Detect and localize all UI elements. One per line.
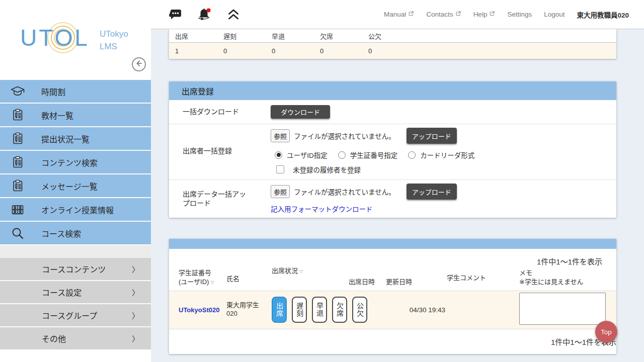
chevron-right-icon: 〉 [132,264,139,275]
sidebar-subitem-label: コースグループ [42,309,132,321]
topbar-link-manual[interactable]: Manual [384,11,414,18]
topbar-link-label: Help [473,11,488,18]
register-unregistered-checkbox[interactable] [276,165,284,173]
sidebar-item-label: コース検索 [41,227,81,239]
sidebar-item-label: コンテンツ検索 [41,156,98,168]
browse-file-button[interactable]: 参照 [271,185,290,198]
column-student-comment: 学生コメント [445,274,518,283]
summary-value-row: 10000 [169,43,616,59]
column-memo: メモ ※学生には見えません [518,268,616,286]
topbar-link-settings[interactable]: Settings [507,11,532,18]
page-content: 出席遅刻早退欠席公欠 10000 出席登録 一括ダウンロード ダウンロード 出席… [151,29,644,362]
topbar-icons [151,7,241,22]
summary-header-cell: 欠席 [314,31,362,41]
external-link-icon [408,11,414,18]
table-header-bar [169,239,616,249]
sidebar-submenu: コースコンテンツ〉コース設定〉コースグループ〉その他〉 [0,258,151,350]
messages-bubble-icon[interactable] [168,7,183,22]
column-attend-time: 出席日時 [347,278,386,287]
column-status[interactable]: 出席状況▽ [262,266,347,276]
browse-file-button[interactable]: 参照 [271,129,290,142]
student-row: UTokyoSt020 東大用学生020 出席遅刻早退欠席公欠 04/30 19… [169,291,616,329]
topbar-link-help[interactable]: Help [473,11,496,18]
column-name: 氏名 [217,275,262,284]
sort-icon[interactable]: ▽ [299,269,303,274]
summary-value-cell: 0 [217,47,266,55]
summary-header-cell: 出席 [169,31,217,41]
sidebar-item-オンライン授業情報[interactable]: オンライン授業情報 [0,198,151,222]
radio-label: 学生証番号指定 [350,150,398,160]
topbar-link-contacts[interactable]: Contacts [426,11,461,18]
format-download-link[interactable]: 記入用フォーマットダウンロード [271,204,373,214]
sidebar-item-label: 教材一覧 [41,109,73,121]
sidebar-subitem-label: コースコンテンツ [42,263,132,275]
student-id-link[interactable]: UTokyoSt020 [169,306,217,314]
sidebar-subitem-コースグループ[interactable]: コースグループ〉 [0,304,151,327]
attendee-bulk-register-row: 出席者一括登録 参照 ファイルが選択されていません。 アップロード ユーザID指… [169,124,616,180]
sidebar-item-label: 時間割 [41,85,65,98]
submissions-icon [10,131,25,146]
bulk-download-row: 一括ダウンロード ダウンロード [169,100,616,124]
column-student-id[interactable]: 学生証番号 (ユーザID)▽ [169,268,217,286]
status-button-出席[interactable]: 出席 [272,297,287,323]
pagination-info-bottom: 1件中1〜1件を表示 [169,329,616,354]
radio-学生証番号指定[interactable] [338,151,346,159]
logo-sub-line2: LMS [100,41,128,53]
data-bulk-upload-row: 出席データ一括アップロード 参照 ファイルが選択されていません。 アップロード … [169,180,616,218]
sidebar-subitem-その他[interactable]: その他〉 [0,327,151,350]
sidebar-subitem-コースコンテンツ[interactable]: コースコンテンツ〉 [0,258,151,281]
status-button-group: 出席遅刻早退欠席公欠 [262,297,347,323]
scroll-to-top-button[interactable]: Top [595,321,617,343]
chevron-right-icon: 〉 [132,333,139,344]
no-file-selected-text: ファイルが選択されていません。 [294,187,395,197]
chevron-right-icon: 〉 [132,287,139,298]
sidebar-item-label: メッセージ一覧 [41,180,98,192]
student-attendance-table: 1件中1〜1件を表示 学生証番号 (ユーザID)▽ 氏名 出席状況▽ 出席日時 … [169,239,616,354]
logo-sub-line1: UTokyo [100,28,128,41]
sidebar-divider [0,245,151,258]
sidebar-collapse-button[interactable] [132,57,146,71]
sidebar-subitem-label: その他 [42,332,132,344]
summary-value-cell: 0 [362,47,411,55]
attendance-registration-section: 出席登録 一括ダウンロード ダウンロード 出席者一括登録 参照 ファイルが選択さ… [169,81,616,218]
online-class-icon [10,202,25,217]
sidebar-item-メッセージ一覧[interactable]: メッセージ一覧 [0,174,151,198]
main-area: ManualContactsHelpSettingsLogout東大用教職員02… [151,0,644,362]
sidebar-subitem-コース設定[interactable]: コース設定〉 [0,281,151,304]
topbar-link-label: Manual [384,11,406,18]
radio-ユーザID指定[interactable] [275,151,282,159]
external-link-icon [489,11,495,18]
memo-textarea[interactable] [519,293,606,325]
chevron-right-icon: 〉 [132,310,139,321]
status-button-遅刻[interactable]: 遅刻 [292,297,307,323]
status-button-欠席[interactable]: 欠席 [332,297,347,323]
summary-header-row: 出席遅刻早退欠席公欠 [169,29,616,43]
topbar-link-logout[interactable]: Logout [544,11,565,18]
radio-カードリーダ形式[interactable] [408,151,416,159]
topbar-links: ManualContactsHelpSettingsLogout東大用教職員02… [384,10,644,20]
upload-button[interactable]: アップロード [407,184,457,200]
notifications-bell-icon[interactable] [197,7,212,22]
content-search-icon [10,155,25,170]
topbar-link-label: Contacts [426,11,453,18]
sidebar-item-コンテンツ検索[interactable]: コンテンツ検索 [0,151,151,174]
attendance-summary-table: 出席遅刻早退欠席公欠 10000 [169,29,616,59]
summary-header-cell: 遅刻 [217,31,266,41]
sidebar-item-label: 提出状況一覧 [41,133,90,145]
student-name: 東大用学生020 [217,301,262,318]
sidebar-item-提出状況一覧[interactable]: 提出状況一覧 [0,127,151,151]
sidebar-item-コース検索[interactable]: コース検索 [0,222,151,245]
status-button-早退[interactable]: 早退 [312,297,327,323]
logged-in-user: 東大用教職員020 [577,10,629,20]
sidebar-item-教材一覧[interactable]: 教材一覧 [0,104,151,127]
id-type-radio-group: ユーザID指定学生証番号指定カードリーダ形式 [275,150,616,160]
sort-icon[interactable]: ▽ [210,280,214,285]
course-search-icon [10,226,25,241]
collapse-up-chevrons-icon[interactable] [226,7,241,22]
sidebar-item-時間割[interactable]: 時間割 [0,80,151,104]
download-button[interactable]: ダウンロード [271,105,330,119]
upload-button[interactable]: アップロード [407,128,457,144]
data-bulk-label: 出席データ一括アップロード [169,184,271,214]
summary-value-cell: 0 [266,47,314,55]
radio-label: カードリーダ形式 [420,150,474,160]
